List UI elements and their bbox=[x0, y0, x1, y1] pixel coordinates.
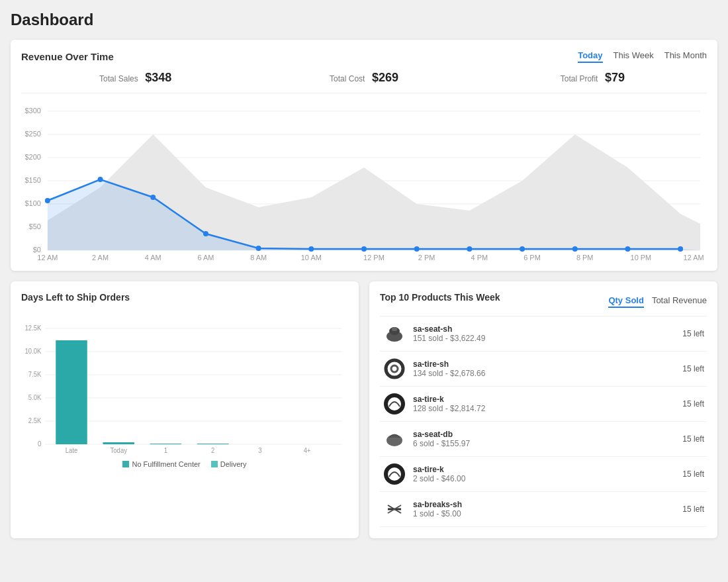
tab-total-revenue[interactable]: Total Revenue bbox=[652, 295, 707, 308]
svg-text:3: 3 bbox=[258, 447, 261, 454]
svg-text:4+: 4+ bbox=[304, 447, 311, 454]
total-sales-label: Total Sales bbox=[99, 74, 138, 83]
svg-point-20 bbox=[256, 246, 261, 251]
svg-point-23 bbox=[414, 246, 420, 252]
svg-text:$250: $250 bbox=[25, 130, 41, 138]
svg-point-18 bbox=[150, 195, 156, 200]
product-stock-5: 15 left bbox=[682, 505, 704, 514]
top-products-card: Top 10 Products This Week Qty Sold Total… bbox=[369, 281, 717, 538]
svg-text:8 AM: 8 AM bbox=[250, 254, 267, 260]
product-detail-5: 1 sold - $5.00 bbox=[413, 509, 682, 518]
product-info-3: sa-seat-db 6 sold - $155.97 bbox=[413, 430, 682, 448]
product-item-1[interactable]: sa-tire-sh 134 sold - $2,678.66 15 left bbox=[380, 352, 707, 387]
legend-delivery-label: Delivery bbox=[220, 460, 247, 468]
svg-text:6 PM: 6 PM bbox=[523, 254, 541, 260]
svg-point-73 bbox=[386, 465, 403, 483]
product-img-1 bbox=[383, 357, 406, 381]
product-detail-2: 128 sold - $2,814.72 bbox=[413, 404, 682, 413]
legend-delivery: Delivery bbox=[211, 460, 247, 468]
product-info-2: sa-tire-k 128 sold - $2,814.72 bbox=[413, 395, 682, 413]
svg-point-24 bbox=[467, 246, 472, 252]
product-item-3[interactable]: sa-seat-db 6 sold - $155.97 15 left bbox=[380, 422, 707, 457]
product-name-0: sa-seat-sh bbox=[413, 324, 682, 334]
svg-text:12 AM: 12 AM bbox=[37, 254, 58, 260]
svg-text:5.0K: 5.0K bbox=[28, 394, 42, 401]
product-item-2[interactable]: sa-tire-k 128 sold - $2,814.72 15 left bbox=[380, 387, 707, 422]
svg-text:0: 0 bbox=[38, 440, 42, 448]
ship-orders-title: Days Left to Ship Orders bbox=[21, 292, 348, 303]
product-tabs: Qty Sold Total Revenue bbox=[608, 295, 707, 308]
svg-text:$100: $100 bbox=[25, 199, 41, 207]
product-stock-2: 15 left bbox=[682, 399, 704, 409]
svg-text:2: 2 bbox=[211, 447, 214, 454]
revenue-header: Revenue Over Time Today This Week This M… bbox=[21, 50, 707, 63]
total-cost-label: Total Cost bbox=[330, 74, 365, 83]
svg-text:1: 1 bbox=[164, 447, 167, 454]
tab-this-month[interactable]: This Month bbox=[664, 50, 707, 63]
svg-point-21 bbox=[308, 246, 314, 252]
svg-text:2.5K: 2.5K bbox=[28, 417, 42, 424]
svg-point-27 bbox=[625, 246, 630, 252]
product-stock-4: 15 left bbox=[682, 469, 704, 479]
svg-text:10 PM: 10 PM bbox=[631, 254, 652, 260]
products-title: Top 10 Products This Week bbox=[380, 292, 500, 303]
tab-this-week[interactable]: This Week bbox=[614, 50, 654, 63]
tab-today[interactable]: Today bbox=[578, 50, 602, 63]
product-stock-3: 15 left bbox=[682, 434, 704, 444]
legend-delivery-box bbox=[211, 461, 218, 467]
svg-text:10 AM: 10 AM bbox=[301, 254, 322, 260]
product-item-6[interactable]: sa-bundle-sh 1 sold - $270.00 15 left bbox=[380, 527, 707, 528]
total-profit-label: Total Profit bbox=[561, 74, 598, 83]
stat-total-sales: Total Sales $348 bbox=[21, 71, 250, 85]
ship-orders-legend: No Fulfillment Center Delivery bbox=[21, 460, 348, 468]
stats-row: Total Sales $348 Total Cost $269 Total P… bbox=[21, 71, 707, 93]
stat-total-profit: Total Profit $79 bbox=[478, 71, 707, 85]
svg-rect-68 bbox=[392, 327, 397, 331]
svg-point-22 bbox=[361, 246, 367, 252]
svg-text:4 PM: 4 PM bbox=[471, 254, 488, 260]
product-item-4[interactable]: sa-tire-k 2 sold - $46.00 15 left bbox=[380, 457, 707, 492]
svg-point-19 bbox=[203, 231, 208, 236]
svg-point-16 bbox=[45, 198, 50, 203]
product-img-4 bbox=[383, 462, 406, 486]
svg-point-70 bbox=[391, 365, 398, 372]
product-name-3: sa-seat-db bbox=[413, 430, 682, 439]
products-header: Top 10 Products This Week Qty Sold Total… bbox=[380, 292, 707, 311]
svg-text:6 AM: 6 AM bbox=[197, 254, 214, 260]
revenue-chart: $0 $50 $100 $150 $200 $250 $300 bbox=[21, 101, 707, 260]
svg-point-25 bbox=[520, 246, 525, 252]
svg-text:$50: $50 bbox=[29, 222, 41, 230]
ship-orders-card: Days Left to Ship Orders 0 2.5K 5.0K 7.5… bbox=[11, 281, 359, 538]
product-img-2 bbox=[383, 392, 406, 416]
svg-text:Today: Today bbox=[111, 447, 127, 454]
product-item-5[interactable]: sa-breaks-sh 1 sold - $5.00 15 left bbox=[380, 492, 707, 527]
total-sales-value: $348 bbox=[145, 71, 171, 84]
svg-text:12.5K: 12.5K bbox=[25, 324, 42, 332]
svg-text:$0: $0 bbox=[33, 246, 41, 254]
product-detail-1: 134 sold - $2,678.66 bbox=[413, 369, 682, 378]
product-img-3 bbox=[383, 427, 406, 451]
ship-orders-chart: 0 2.5K 5.0K 7.5K 10.0K 12.5K bbox=[21, 311, 348, 456]
svg-text:2 PM: 2 PM bbox=[418, 254, 435, 260]
revenue-chart-svg: $0 $50 $100 $150 $200 $250 $300 bbox=[21, 101, 707, 260]
svg-rect-54 bbox=[56, 340, 87, 444]
svg-text:12 PM: 12 PM bbox=[363, 254, 385, 260]
product-item-0[interactable]: sa-seat-sh 151 sold - $3,622.49 15 left bbox=[380, 316, 707, 352]
product-name-1: sa-tire-sh bbox=[413, 360, 682, 369]
svg-text:4 AM: 4 AM bbox=[145, 254, 161, 260]
product-info-0: sa-seat-sh 151 sold - $3,622.49 bbox=[413, 324, 682, 343]
legend-no-fulfillment: No Fulfillment Center bbox=[122, 460, 200, 468]
svg-text:$200: $200 bbox=[25, 153, 41, 161]
svg-text:2 AM: 2 AM bbox=[92, 254, 109, 260]
product-detail-0: 151 sold - $3,622.49 bbox=[413, 334, 682, 343]
product-img-5 bbox=[383, 497, 406, 521]
svg-text:Late: Late bbox=[66, 447, 77, 454]
product-name-4: sa-tire-k bbox=[413, 465, 682, 474]
tab-qty-sold[interactable]: Qty Sold bbox=[608, 295, 643, 308]
product-stock-1: 15 left bbox=[682, 364, 704, 373]
revenue-title: Revenue Over Time bbox=[21, 51, 114, 62]
time-tabs: Today This Week This Month bbox=[578, 50, 707, 63]
svg-rect-57 bbox=[197, 444, 229, 444]
product-list: sa-seat-sh 151 sold - $3,622.49 15 left … bbox=[380, 316, 707, 528]
svg-text:10.0K: 10.0K bbox=[25, 348, 42, 355]
